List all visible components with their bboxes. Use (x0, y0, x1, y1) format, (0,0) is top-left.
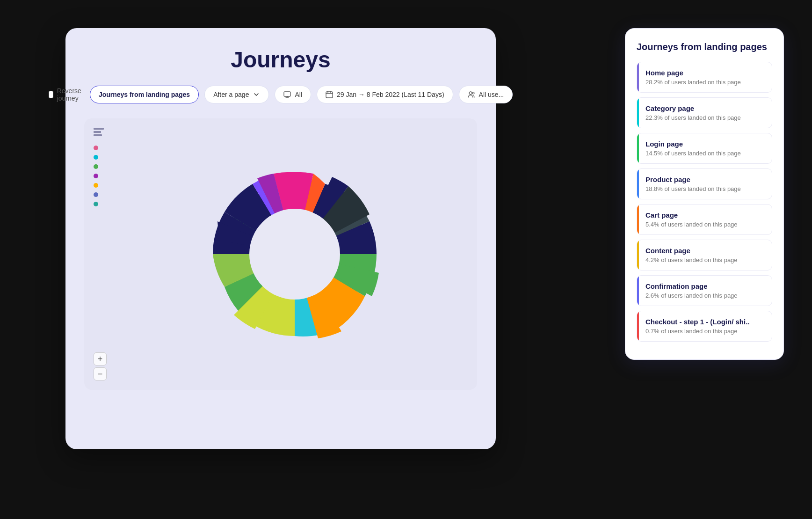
zoom-in-btn[interactable]: + (94, 352, 107, 365)
svg-point-9 (249, 209, 340, 300)
svg-rect-6 (94, 134, 102, 136)
all-devices-btn[interactable]: All (275, 86, 311, 103)
all-users-btn[interactable]: All use... (459, 86, 513, 103)
zoom-out-btn[interactable]: − (94, 367, 107, 380)
page-item-name: Checkout - step 1 - (Login/ shi.. (645, 318, 765, 326)
page-items-list: Home page 28.2% of users landed on this … (637, 62, 772, 342)
svg-rect-5 (94, 131, 101, 133)
svg-rect-4 (94, 128, 104, 130)
main-panel: Journeys Reverse journey Journeys from l… (65, 28, 496, 449)
legend-dot-3 (94, 164, 98, 169)
legend-dot-1 (94, 146, 98, 150)
page-item[interactable]: Checkout - step 1 - (Login/ shi.. 0.7% o… (637, 311, 772, 342)
page-item-name: Cart page (645, 211, 765, 219)
page-item-name: Login page (645, 140, 765, 148)
page-item[interactable]: Login page 14.5% of users landed on this… (637, 133, 772, 164)
page-item-stat: 28.2% of users landed on this page (645, 79, 765, 86)
legend-dot-2 (94, 155, 98, 160)
monitor-icon (283, 91, 291, 98)
page-item-name: Category page (645, 104, 765, 112)
chevron-down-icon (253, 91, 260, 98)
reverse-journey-checkbox[interactable] (49, 91, 53, 98)
bubble-tail (625, 206, 625, 219)
svg-point-2 (469, 92, 472, 95)
zoom-controls: + − (94, 352, 107, 380)
chart-panel: + − (84, 118, 477, 390)
svg-point-3 (472, 92, 474, 94)
after-a-page-btn[interactable]: After a page (204, 86, 269, 103)
legend-list-icon (94, 128, 104, 138)
page-item[interactable]: Product page 18.8% of users landed on th… (637, 168, 772, 199)
legend-dot-7 (94, 202, 98, 206)
page-title: Journeys (84, 47, 477, 73)
page-item-stat: 18.8% of users landed on this page (645, 185, 765, 192)
calendar-icon (326, 91, 333, 98)
legend-dot-6 (94, 192, 98, 197)
page-item[interactable]: Home page 28.2% of users landed on this … (637, 62, 772, 93)
sunburst-chart (182, 142, 407, 366)
legend-dot-5 (94, 183, 98, 188)
right-panel-title: Journeys from landing pages (637, 42, 772, 52)
right-panel: Journeys from landing pages Home page 28… (625, 28, 784, 360)
reverse-journey-label: Reverse journey (57, 87, 84, 102)
page-item[interactable]: Cart page 5.4% of users landed on this p… (637, 204, 772, 235)
svg-rect-0 (284, 92, 290, 96)
page-item-stat: 2.6% of users landed on this page (645, 292, 765, 299)
page-item-stat: 4.2% of users landed on this page (645, 256, 765, 263)
reverse-journey-toggle[interactable]: Reverse journey (49, 87, 84, 102)
page-item-stat: 22.3% of users landed on this page (645, 114, 765, 121)
page-item-name: Home page (645, 69, 765, 77)
legend-dot-4 (94, 174, 98, 178)
users-icon (468, 91, 475, 98)
date-range-btn[interactable]: 29 Jan → 8 Feb 2022 (Last 11 Days) (317, 86, 453, 103)
page-item-name: Product page (645, 175, 765, 183)
page-item-stat: 0.7% of users landed on this page (645, 328, 765, 335)
page-item[interactable]: Confirmation page 2.6% of users landed o… (637, 275, 772, 306)
svg-rect-1 (326, 92, 333, 98)
page-item-name: Content page (645, 247, 765, 255)
toolbar: Reverse journey Journeys from landing pa… (84, 86, 477, 103)
journeys-from-landing-btn[interactable]: Journeys from landing pages (90, 86, 199, 103)
page-item-stat: 14.5% of users landed on this page (645, 150, 765, 157)
page-item-name: Confirmation page (645, 282, 765, 290)
page-item-stat: 5.4% of users landed on this page (645, 221, 765, 228)
page-item[interactable]: Content page 4.2% of users landed on thi… (637, 240, 772, 270)
page-item[interactable]: Category page 22.3% of users landed on t… (637, 97, 772, 128)
chart-legend (94, 128, 104, 206)
